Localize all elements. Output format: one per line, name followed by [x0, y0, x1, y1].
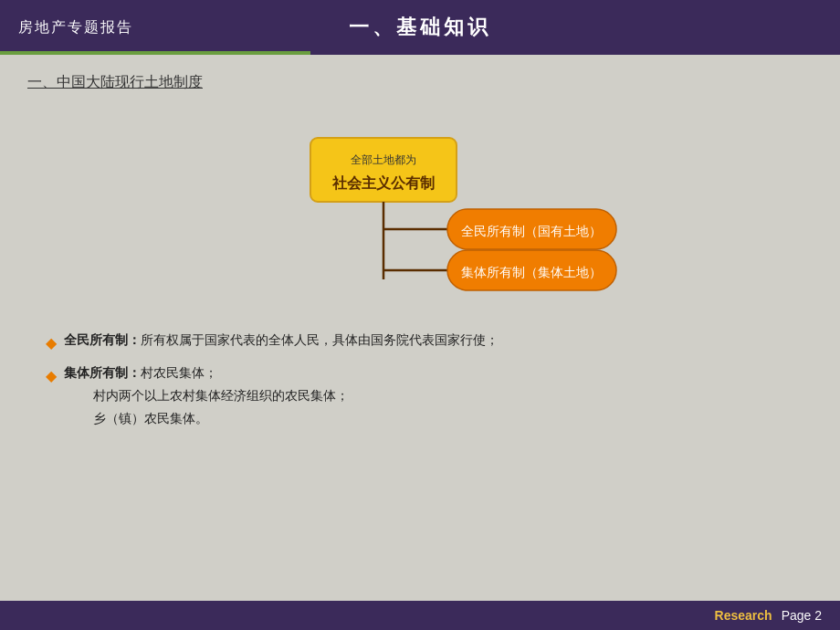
bullet-diamond-2: ◆ — [46, 364, 57, 388]
sub-bullet-item-1: 村内两个以上农村集体经济组织的农民集体； — [93, 384, 349, 407]
footer-page-label: Page 2 — [782, 608, 822, 623]
sub-bullet-list: 村内两个以上农村集体经济组织的农民集体； 乡（镇）农民集体。 — [93, 384, 349, 430]
branch1-text: 全民所有制（国有土地） — [461, 225, 602, 238]
root-main-text: 社会主义公有制 — [331, 174, 435, 191]
diagram-svg: 全部土地都为 社会主义公有制 全民所有制（国有土地） 集体所有制（集体土地） — [192, 110, 648, 311]
bullet-item-1: ◆ 全民所有制：所有权属于国家代表的全体人民，具体由国务院代表国家行使； — [46, 330, 813, 355]
branch2-text: 集体所有制（集体土地） — [461, 266, 602, 279]
svg-rect-0 — [310, 138, 457, 202]
diagram-container: 全部土地都为 社会主义公有制 全民所有制（国有土地） 集体所有制（集体土地） — [27, 110, 813, 311]
header-left-title: 房地产专题报告 — [0, 18, 133, 37]
header-green-bar — [0, 51, 310, 55]
header-center-title: 一、基础知识 — [349, 14, 491, 41]
header: 房地产专题报告 一、基础知识 — [0, 0, 840, 55]
footer: Research Page 2 — [0, 601, 840, 630]
bullet-list: ◆ 全民所有制：所有权属于国家代表的全体人民，具体由国务院代表国家行使； ◆ 集… — [27, 330, 813, 430]
sub-bullet-item-2: 乡（镇）农民集体。 — [93, 407, 349, 430]
bullet-item-2: ◆ 集体所有制：村农民集体； 村内两个以上农村集体经济组织的农民集体； 乡（镇）… — [46, 362, 813, 431]
bullet-text-1: 全民所有制：所有权属于国家代表的全体人民，具体由国务院代表国家行使； — [64, 330, 499, 350]
footer-research-label: Research — [715, 608, 772, 623]
section-title: 一、中国大陆现行土地制度 — [27, 73, 813, 92]
bullet-diamond-1: ◆ — [46, 331, 57, 355]
root-top-text: 全部土地都为 — [351, 153, 416, 166]
bullet-text-2: 集体所有制：村农民集体； 村内两个以上农村集体经济组织的农民集体； 乡（镇）农民… — [64, 362, 349, 431]
main-content: 一、中国大陆现行土地制度 全部土地都为 社会主义公有制 全民所有制（国有土地） — [0, 55, 840, 601]
